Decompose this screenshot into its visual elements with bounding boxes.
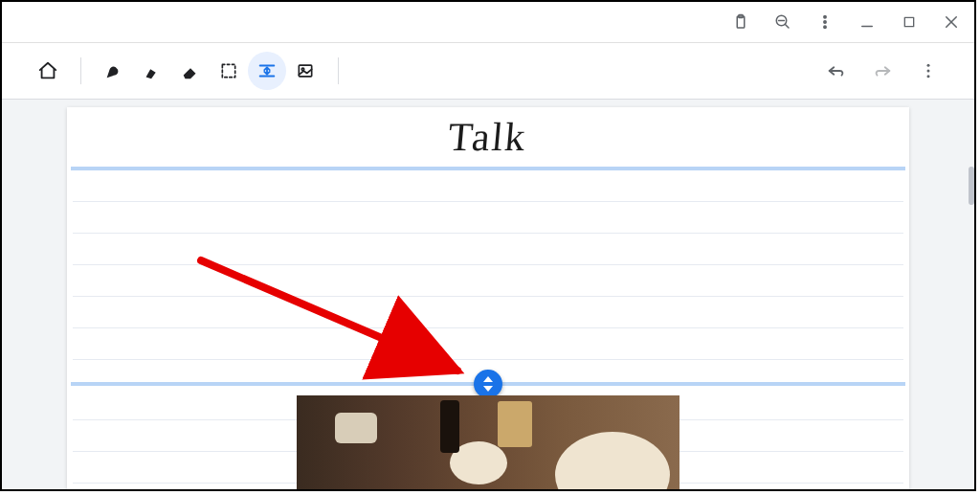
note-page[interactable]: Talk xyxy=(67,107,909,489)
select-button[interactable] xyxy=(210,52,248,90)
redo-button[interactable] xyxy=(863,52,902,90)
eraser-button[interactable] xyxy=(171,52,210,90)
svg-point-19 xyxy=(927,75,930,78)
canvas-workspace[interactable]: Talk xyxy=(2,100,974,489)
maximize-icon[interactable] xyxy=(900,12,919,32)
zoom-out-icon[interactable] xyxy=(773,12,792,32)
svg-point-5 xyxy=(824,16,826,18)
window-title-bar xyxy=(2,2,974,43)
ruled-line xyxy=(73,327,903,328)
annotation-arrow xyxy=(201,260,498,398)
svg-rect-9 xyxy=(904,17,913,26)
toolbar-separator xyxy=(80,57,81,84)
more-button[interactable] xyxy=(909,52,947,90)
inserted-image[interactable] xyxy=(297,395,679,489)
app-window: Talk xyxy=(0,0,976,491)
undo-button[interactable] xyxy=(817,52,856,90)
svg-point-7 xyxy=(824,26,826,28)
close-icon[interactable] xyxy=(942,12,961,32)
insert-space-button[interactable] xyxy=(248,52,286,90)
space-drag-handle[interactable] xyxy=(474,370,502,398)
home-button[interactable] xyxy=(29,52,67,90)
svg-line-20 xyxy=(201,260,457,371)
svg-line-4 xyxy=(785,24,789,28)
ruled-line xyxy=(73,359,903,360)
more-vertical-icon[interactable] xyxy=(815,12,835,32)
ruled-line xyxy=(73,233,903,234)
insert-image-button[interactable] xyxy=(286,52,324,90)
toolbar-separator xyxy=(338,57,339,84)
handwritten-title: Talk xyxy=(65,107,912,157)
ruled-line xyxy=(73,264,903,265)
ruled-line xyxy=(73,201,903,202)
clipboard-icon[interactable] xyxy=(731,12,750,32)
pen-button[interactable] xyxy=(95,52,133,90)
svg-point-17 xyxy=(927,64,930,67)
minimize-icon[interactable] xyxy=(858,12,877,32)
ruled-line xyxy=(73,296,903,297)
highlighter-button[interactable] xyxy=(133,52,171,90)
toolbar xyxy=(2,43,974,100)
svg-rect-12 xyxy=(222,64,234,77)
svg-point-6 xyxy=(824,21,826,23)
section-divider-top xyxy=(71,167,905,170)
scrollbar-thumb[interactable] xyxy=(969,167,974,205)
svg-point-18 xyxy=(927,70,930,73)
